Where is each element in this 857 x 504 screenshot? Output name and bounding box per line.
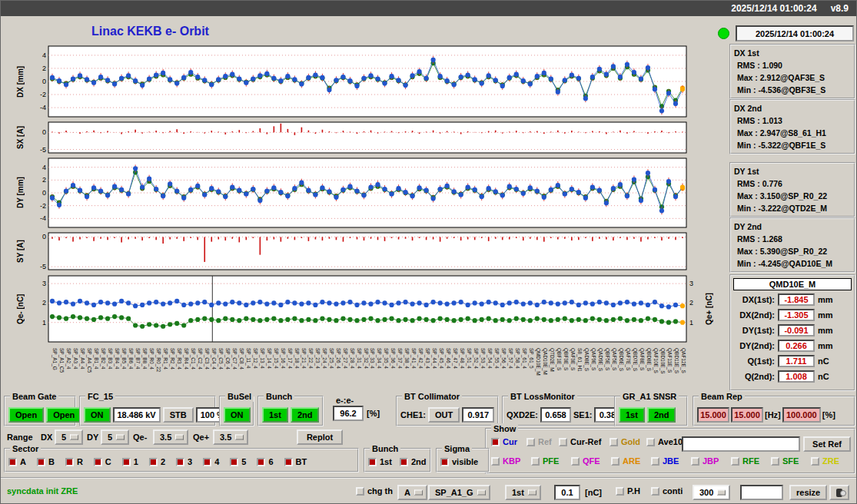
svg-text:QAF3E_S: QAF3E_S bbox=[570, 348, 576, 371]
ph-checkbox[interactable]: P.H bbox=[616, 486, 640, 496]
svg-text:QAF9E_S: QAF9E_S bbox=[590, 348, 596, 371]
sigma-visible-checkbox[interactable]: visible bbox=[440, 457, 478, 466]
show-gold-checkbox[interactable]: Gold bbox=[610, 437, 640, 446]
svg-text:SP_27_4: SP_27_4 bbox=[342, 348, 348, 369]
sector-c-checkbox[interactable]: C bbox=[94, 457, 111, 466]
show-zre-checkbox[interactable]: ZRE bbox=[811, 456, 839, 466]
beam-gate-open-2-button[interactable]: Open bbox=[46, 407, 81, 423]
conti-label: conti bbox=[663, 486, 683, 496]
svg-text:SP_R4_4: SP_R4_4 bbox=[183, 348, 189, 370]
show-cur-ref-checkbox[interactable]: Cur-Ref bbox=[559, 437, 601, 446]
sector-3-checkbox[interactable]: 3 bbox=[176, 457, 192, 466]
svg-text:SP_32_4: SP_32_4 bbox=[363, 348, 369, 369]
svg-text:SP_C4_4: SP_C4_4 bbox=[211, 348, 217, 370]
resize-button[interactable]: resize bbox=[789, 485, 827, 500]
sector-item-label: 3 bbox=[188, 457, 192, 466]
show-pfe-checkbox[interactable]: PFE bbox=[531, 456, 559, 466]
bunch-2nd-button[interactable]: 2nd bbox=[291, 407, 320, 423]
beam-gate-open-1-button[interactable]: Open bbox=[8, 407, 44, 423]
checkbox-indicator bbox=[571, 457, 580, 466]
show-qfe-checkbox[interactable]: QFE bbox=[571, 456, 600, 466]
busel-on-button[interactable]: ON bbox=[224, 407, 251, 423]
svg-text:-4: -4 bbox=[40, 214, 46, 222]
sector-a-checkbox[interactable]: A bbox=[8, 457, 26, 466]
svg-text:QAF7E_S: QAF7E_S bbox=[625, 348, 631, 371]
sector-b-checkbox[interactable]: B bbox=[37, 457, 55, 466]
show-cur-checkbox[interactable]: Cur bbox=[491, 437, 517, 446]
che1-out-button[interactable]: OUT bbox=[428, 407, 460, 423]
conti-checkbox[interactable]: conti bbox=[651, 486, 683, 496]
show-ave10-checkbox[interactable]: Ave10 bbox=[646, 437, 683, 446]
screenshot-button[interactable] bbox=[829, 485, 849, 500]
svg-text:SP_C5_4: SP_C5_4 bbox=[218, 348, 224, 370]
checkbox-indicator bbox=[356, 487, 364, 496]
svg-text:SP_54_4: SP_54_4 bbox=[487, 348, 493, 369]
beam-rep-label: Beam Rep bbox=[699, 391, 745, 402]
bunch-2nd-checkbox[interactable]: 2nd bbox=[400, 457, 427, 466]
ee-ratio-label: e-:e- bbox=[336, 396, 354, 405]
monitor-label: DY(2nd): bbox=[733, 341, 775, 350]
replot-button[interactable]: Replot bbox=[297, 429, 343, 445]
show-ref-checkbox[interactable]: Ref bbox=[526, 437, 552, 446]
stats-dx-1st: DX 1st RMS : 1.090 Max : 2.912@QAF3E_S M… bbox=[729, 44, 855, 99]
sector-6-checkbox[interactable]: 6 bbox=[257, 457, 273, 466]
sector-5-checkbox[interactable]: 5 bbox=[230, 457, 246, 466]
qe-minus-axis-label: Qe- [nC] bbox=[15, 274, 25, 343]
svg-text:SP_A4_C5: SP_A4_C5 bbox=[86, 348, 92, 373]
range-qe-plus-label: Qe+ bbox=[193, 433, 209, 442]
ee-ratio-unit: [%] bbox=[367, 409, 380, 418]
show-rfe-checkbox[interactable]: RFE bbox=[731, 456, 759, 466]
sector-bt-checkbox[interactable]: BT bbox=[284, 457, 307, 466]
range-qe-minus-select[interactable]: 3.5 bbox=[153, 429, 188, 445]
bunch-1st-button[interactable]: 1st bbox=[262, 407, 288, 423]
che1-readout: 0.917 bbox=[462, 407, 494, 423]
sector-4-checkbox[interactable]: 4 bbox=[203, 457, 219, 466]
monitor-value: 1.008 bbox=[778, 370, 815, 383]
bpm-select[interactable]: SP_A1_G bbox=[428, 485, 490, 500]
show-jbp-checkbox[interactable]: JBP bbox=[691, 456, 719, 466]
range-dx-select[interactable]: 5 bbox=[55, 429, 83, 445]
show-sfe-checkbox[interactable]: SFE bbox=[771, 456, 799, 466]
svg-text:QAF8E_S: QAF8E_S bbox=[639, 348, 645, 371]
range-qe-plus-select[interactable]: 3.5 bbox=[213, 429, 248, 445]
svg-text:QAF5E_S: QAF5E_S bbox=[611, 348, 617, 371]
beam-rep-percent-unit: [%] bbox=[822, 410, 835, 419]
show-kbp-checkbox[interactable]: KBP bbox=[491, 456, 520, 466]
ref-name-input[interactable] bbox=[682, 436, 800, 452]
svg-text:-5: -5 bbox=[40, 146, 46, 154]
snsr-2nd-button[interactable]: 2nd bbox=[647, 407, 676, 423]
window-titlebar: 2025/12/14 01:00:24 v8.9 bbox=[1, 1, 856, 16]
stats-min: Min : -4.245@QAD10E_M bbox=[734, 257, 851, 270]
checkbox-indicator bbox=[149, 458, 158, 466]
fc15-stb-button[interactable]: STB bbox=[163, 407, 194, 423]
set-ref-button[interactable]: Set Ref bbox=[803, 436, 851, 452]
monitor-value: 1.711 bbox=[778, 355, 815, 367]
bunch-1st-checkbox[interactable]: 1st bbox=[368, 457, 392, 466]
sector-1-checkbox[interactable]: 1 bbox=[122, 457, 138, 466]
show-jbe-checkbox[interactable]: JBE bbox=[651, 456, 679, 466]
sector-2-checkbox[interactable]: 2 bbox=[149, 457, 165, 466]
svg-text:SP_44_4: SP_44_4 bbox=[431, 348, 437, 369]
sector-select[interactable]: A bbox=[397, 485, 427, 500]
svg-text:2: 2 bbox=[689, 299, 693, 307]
interval-select[interactable]: 300 bbox=[693, 485, 730, 500]
show-are-checkbox[interactable]: ARE bbox=[611, 456, 640, 466]
threshold-input[interactable]: 0.1 bbox=[554, 485, 580, 500]
status-bar: syncdata init ZRE chg th A SP_A1_G 1st 0… bbox=[1, 477, 856, 504]
stats-dy-2nd: DY 2nd RMS : 1.268 Max : 5.390@SP_R0_22 … bbox=[729, 217, 855, 273]
fc15-on-button[interactable]: ON bbox=[84, 407, 111, 423]
svg-text:1: 1 bbox=[689, 319, 693, 327]
sector-r-checkbox[interactable]: R bbox=[65, 457, 83, 466]
show-ref-label: Ref bbox=[538, 437, 552, 446]
snsr-1st-button[interactable]: 1st bbox=[619, 407, 645, 423]
chart-dy: DY [mm] 420-2-4 bbox=[15, 157, 717, 229]
dx-axis-label: DX [mm] bbox=[15, 45, 25, 118]
stats-max: Max : 2.947@S8_61_H1 bbox=[734, 127, 851, 139]
status-entry[interactable] bbox=[740, 485, 783, 500]
chg-th-checkbox[interactable]: chg th bbox=[356, 486, 393, 496]
bunch-select[interactable]: 1st bbox=[505, 485, 541, 500]
show-kbp-label: KBP bbox=[503, 456, 520, 466]
range-dy-select[interactable]: 5 bbox=[101, 429, 129, 445]
stats-title: DX 2nd bbox=[734, 102, 851, 114]
bunch-top-group: Bunch 1st 2nd bbox=[257, 396, 324, 426]
